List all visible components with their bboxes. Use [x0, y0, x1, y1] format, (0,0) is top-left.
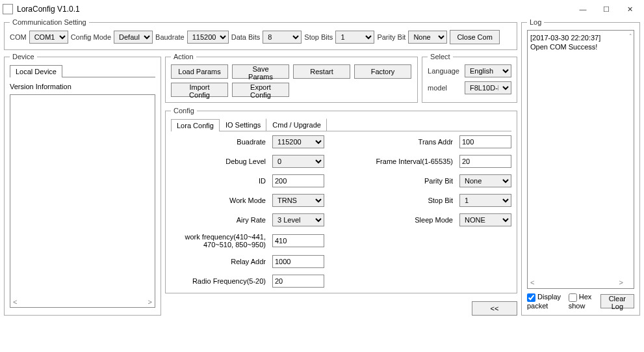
log-line: [2017-03-30 22:20:37]	[530, 33, 631, 42]
config-mode-select[interactable]: Default	[114, 31, 153, 44]
language-select[interactable]: English	[465, 64, 511, 77]
save-params-button[interactable]: Save Params	[232, 64, 289, 79]
stopbits-select[interactable]: 1	[335, 31, 374, 44]
close-button[interactable]: ✕	[618, 1, 641, 17]
factory-button[interactable]: Factory	[354, 64, 411, 79]
parity-bit-label: Parity Bit	[371, 177, 456, 185]
scroll-left-icon[interactable]: <	[530, 278, 534, 287]
com-label: COM	[10, 33, 27, 41]
databits-label: Data Bits	[231, 33, 261, 41]
tab-lora-config[interactable]: Lora Config	[171, 119, 220, 131]
parity-bit-select[interactable]: None	[459, 174, 511, 187]
device-legend: Device	[10, 53, 37, 61]
paritybit-select[interactable]: None	[408, 31, 447, 44]
model-select[interactable]: F8L10D-N	[465, 81, 511, 94]
radio-frequency-input[interactable]	[272, 275, 324, 288]
com-select[interactable]: COM1	[29, 31, 68, 44]
buadrate-select[interactable]: 115200	[272, 135, 324, 148]
select-legend: Select	[428, 53, 453, 61]
log-legend: Log	[527, 18, 544, 26]
relay-addr-input[interactable]	[272, 255, 324, 268]
databits-select[interactable]: 8	[263, 31, 302, 44]
close-com-button[interactable]: Close Com	[450, 30, 499, 44]
work-frequency-label: work frequency(410~441, 470~510, 850~950…	[171, 233, 268, 249]
log-group: Log ˄ [2017-03-30 22:20:37] Open COM Suc…	[521, 18, 640, 316]
model-label: model	[428, 84, 459, 92]
baudrate-label: Baudrate	[155, 33, 185, 41]
stop-bit-label: Stop Bit	[371, 196, 456, 204]
log-line: Open COM Success!	[530, 42, 631, 51]
language-label: Language	[428, 67, 459, 75]
hex-show-checkbox[interactable]: Hex show	[569, 293, 595, 310]
stopbits-label: Stop Bits	[304, 33, 333, 41]
comm-legend: Communication Setting	[10, 18, 89, 26]
version-info-box: <>	[10, 94, 155, 308]
scroll-left-icon[interactable]: <	[13, 298, 17, 306]
version-info-label: Version Information	[10, 83, 155, 90]
window-title: LoraConfig V1.0.1	[17, 5, 571, 14]
communication-setting: Communication Setting COM COM1 Config Mo…	[4, 18, 517, 50]
tab-cmd-upgrade[interactable]: Cmd / Upgrade	[266, 118, 327, 131]
stop-bit-select[interactable]: 1	[459, 194, 511, 207]
minimize-button[interactable]: —	[571, 1, 595, 17]
frame-interval-input[interactable]	[459, 155, 511, 168]
debug-level-select[interactable]: 0	[272, 155, 324, 168]
sleep-mode-label: Sleep Mode	[371, 216, 456, 224]
device-group: Device Local Device Version Information …	[4, 53, 161, 316]
log-textarea[interactable]: ˄ [2017-03-30 22:20:37] Open COM Success…	[527, 30, 634, 289]
tab-io-settings[interactable]: IO Settings	[220, 118, 266, 131]
paritybit-label: Parity Bit	[377, 33, 406, 41]
sleep-mode-select[interactable]: NONE	[459, 213, 511, 226]
id-input[interactable]	[272, 174, 324, 187]
buadrate-label: Buadrate	[171, 138, 268, 146]
work-mode-label: Work Mode	[171, 196, 268, 204]
trans-addr-input[interactable]	[459, 135, 511, 148]
radio-frequency-label: Radio Frequency(5-20)	[171, 277, 268, 285]
relay-addr-label: Relay Addr	[171, 258, 268, 265]
scroll-right-icon[interactable]: >	[619, 278, 623, 287]
config-group: Config Lora Config IO Settings Cmd / Upg…	[165, 107, 517, 293]
display-packet-checkbox[interactable]: Display packet	[527, 293, 563, 310]
load-params-button[interactable]: Load Params	[171, 64, 228, 79]
work-frequency-input[interactable]	[272, 234, 324, 247]
config-legend: Config	[171, 107, 197, 115]
export-config-button[interactable]: Export Config	[232, 83, 289, 97]
baudrate-select[interactable]: 115200	[187, 31, 229, 44]
airy-rate-label: Airy Rate	[171, 216, 268, 224]
frame-interval-label: Frame Interval(1-65535)	[371, 157, 456, 165]
work-mode-select[interactable]: TRNS	[272, 194, 324, 207]
titlebar: LoraConfig V1.0.1 — ☐ ✕	[0, 0, 644, 18]
debug-level-label: Debug Level	[171, 157, 268, 165]
maximize-button[interactable]: ☐	[595, 1, 618, 17]
trans-addr-label: Trans Addr	[371, 138, 456, 146]
clear-log-button[interactable]: Clear Log	[600, 294, 634, 308]
app-icon	[3, 4, 13, 14]
select-group: Select Language English model F8L10D-N	[422, 53, 517, 103]
import-config-button[interactable]: Import Config	[171, 83, 228, 97]
collapse-button[interactable]: <<	[472, 301, 517, 316]
restart-button[interactable]: Restart	[293, 64, 350, 79]
tab-local-device[interactable]: Local Device	[10, 65, 62, 77]
airy-rate-select[interactable]: 3 Level	[272, 213, 324, 226]
action-legend: Action	[171, 53, 196, 61]
config-mode-label: Config Mode	[71, 33, 111, 41]
scroll-right-icon[interactable]: >	[148, 298, 152, 306]
scroll-up-icon[interactable]: ˄	[629, 32, 632, 41]
id-label: ID	[171, 177, 268, 185]
action-group: Action Load Params Save Params Restart F…	[165, 53, 418, 103]
